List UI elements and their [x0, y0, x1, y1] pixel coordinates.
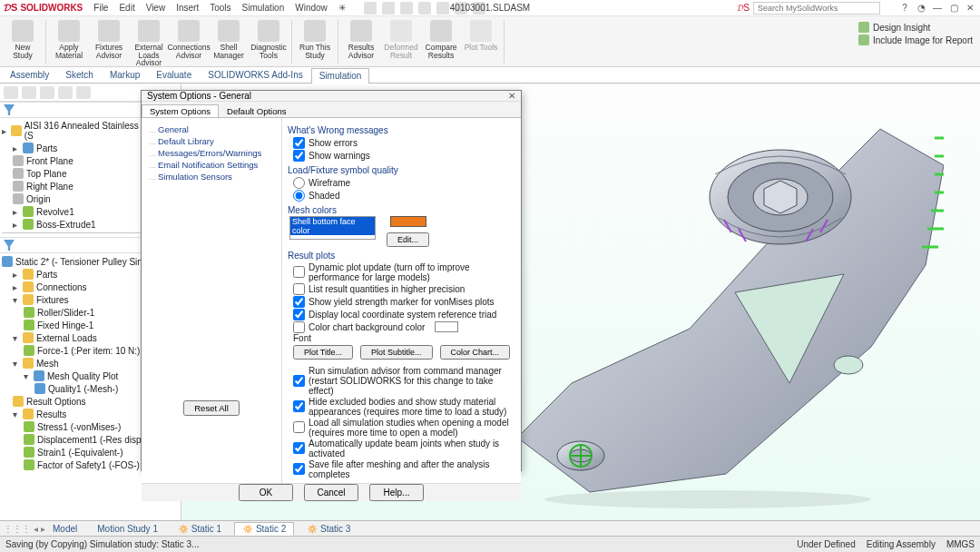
property-mgr-icon[interactable] [22, 86, 36, 99]
ribbon-ext-loads[interactable]: External Loads Advisor [130, 18, 168, 69]
menu-bar: 𝓓S SOLIDWORKS File Edit View Insert Tool… [0, 0, 980, 16]
funnel-icon[interactable] [4, 104, 15, 115]
display-mgr-icon[interactable] [76, 86, 91, 99]
help-icon[interactable]: ? [898, 3, 911, 13]
dialog-titlebar[interactable]: System Options - General ✕ [142, 91, 521, 102]
ribbon-results-adv[interactable]: Results Advisor [342, 18, 380, 61]
mesh-color-list[interactable]: Shell bottom face color [289, 216, 376, 240]
menu-view[interactable]: View [146, 3, 166, 13]
opt-show-warnings[interactable]: Show warnings [288, 149, 515, 162]
qat-save-icon[interactable] [400, 2, 413, 15]
model-render [490, 111, 944, 510]
opt-yield[interactable]: Show yield strength marker for vonMises … [288, 295, 515, 308]
opt-bg-color[interactable]: Color chart background color [288, 320, 515, 333]
ribbon-shell-mgr[interactable]: Shell Manager [210, 18, 248, 61]
ribbon-plot-tools[interactable]: Plot Tools [462, 18, 500, 54]
menu-window[interactable]: Window [295, 3, 328, 13]
include-image-button[interactable]: Include Image for Report [858, 34, 973, 45]
opt-show-errors[interactable]: Show errors [288, 136, 515, 149]
edit-color-button[interactable]: Edit... [387, 232, 429, 247]
menu-insert[interactable]: Insert [176, 3, 199, 13]
cancel-button[interactable]: Cancel [304, 484, 358, 501]
svg-point-17 [544, 490, 871, 508]
opt-coord[interactable]: Display local coordinate system referenc… [288, 308, 515, 320]
qat-open-icon[interactable] [382, 2, 395, 15]
bottom-tab-static2[interactable]: 🔅 Static 2 [234, 522, 294, 536]
tab-markup[interactable]: Markup [102, 67, 148, 83]
dlg-tab-default[interactable]: Default Options [219, 104, 294, 117]
dim-mgr-icon[interactable] [58, 86, 73, 99]
opt-list-prec[interactable]: List result quantities in higher precisi… [288, 282, 515, 295]
bottom-tab-static3[interactable]: 🔅 Static 3 [299, 523, 358, 535]
tab-assembly[interactable]: Assembly [2, 67, 57, 83]
opt-hide-excluded[interactable]: Hide excluded bodies and show study mate… [288, 396, 515, 417]
color-chart-button[interactable]: Color Chart... [440, 345, 511, 360]
opt-dyn-update[interactable]: Dynamic plot update (turn off to improve… [288, 261, 515, 282]
plot-subtitle-button[interactable]: Plot Subtitle... [360, 345, 433, 360]
dialog-title: System Options - General [147, 91, 251, 101]
design-insight-button[interactable]: Design Insight [858, 22, 973, 33]
qat-print-icon[interactable] [418, 2, 431, 15]
ribbon-deformed[interactable]: Deformed Result [382, 18, 420, 61]
search-input[interactable] [753, 2, 880, 15]
nav-messages[interactable]: Messages/Errors/Warnings [145, 147, 278, 159]
opt-auto-beam[interactable]: Automatically update beam joints when st… [288, 438, 515, 458]
min-icon[interactable]: — [931, 3, 944, 13]
tab-simulation[interactable]: Simulation [311, 68, 370, 84]
ribbon-diag-tools[interactable]: Diagnostic Tools [250, 18, 288, 61]
close-icon[interactable]: ✕ [964, 3, 976, 13]
nav-email[interactable]: Email Notification Settings [145, 159, 278, 171]
menu-tools[interactable]: Tools [210, 3, 230, 13]
nav-general[interactable]: General [145, 123, 278, 135]
funnel-icon[interactable] [4, 240, 15, 251]
dlg-tab-system[interactable]: System Options [142, 104, 219, 117]
restore-icon[interactable]: ▢ [947, 3, 960, 13]
ribbon-new-study[interactable]: New Study [4, 18, 42, 61]
menu-edit[interactable]: Edit [119, 3, 134, 13]
fm-tree-icon[interactable] [4, 86, 18, 99]
grp-result-plots: Result plots [288, 251, 515, 261]
nav-default-library[interactable]: Default Library [145, 135, 278, 147]
font-label: Font [288, 333, 515, 343]
qat-undo-icon[interactable] [436, 2, 449, 15]
opt-load-all[interactable]: Load all simulation studies when opening… [288, 417, 515, 438]
ribbon-compare[interactable]: Compare Results [422, 18, 460, 61]
grp-mesh-colors: Mesh colors [288, 205, 515, 215]
grip-icon[interactable]: ⋮⋮⋮ ◂ ▸ [4, 524, 40, 534]
bottom-tab-motion[interactable]: Motion Study 1 [90, 523, 165, 535]
menu-more-icon[interactable]: ✳ [338, 3, 346, 13]
dialog-close-icon[interactable]: ✕ [508, 91, 515, 101]
plot-title-button[interactable]: Plot Title... [293, 345, 353, 360]
image-icon [858, 34, 869, 45]
ok-button[interactable]: OK [239, 484, 293, 501]
bulb-icon [858, 22, 869, 33]
ribbon-connections[interactable]: Connections Advisor [170, 18, 208, 61]
tab-addins[interactable]: SOLIDWORKS Add-Ins [200, 67, 310, 83]
help-button[interactable]: Help... [369, 484, 424, 501]
window-controls: ? ◔ — ▢ ✕ [898, 3, 976, 13]
opt-save-after[interactable]: Save file after meshing and after the an… [288, 458, 515, 479]
bottom-tab-model[interactable]: Model [45, 523, 84, 535]
menu-file[interactable]: File [93, 3, 108, 13]
nav-sensors[interactable]: Simulation Sensors [145, 171, 278, 182]
opt-shaded[interactable]: Shaded [288, 189, 515, 202]
status-units[interactable]: MMGS [946, 539, 975, 549]
notify-icon[interactable]: ◔ [915, 3, 927, 13]
svg-point-0 [834, 356, 863, 374]
ribbon-right-group: Design Insight Include Image for Report [855, 18, 976, 49]
ribbon-apply-material[interactable]: Apply Material [50, 18, 88, 61]
reset-all-button[interactable]: Reset All [183, 400, 240, 416]
menu-simulation[interactable]: Simulation [242, 3, 285, 13]
command-tabs: Assembly Sketch Markup Evaluate SOLIDWOR… [0, 67, 980, 84]
bottom-tab-static1[interactable]: 🔅 Static 1 [171, 523, 229, 535]
dialog-tabs: System Options Default Options [142, 102, 521, 118]
config-mgr-icon[interactable] [40, 86, 54, 99]
ribbon-run-study[interactable]: Run This Study [296, 18, 334, 61]
tab-sketch[interactable]: Sketch [57, 67, 102, 83]
opt-wireframe[interactable]: Wireframe [288, 176, 515, 189]
ribbon-fixtures[interactable]: Fixtures Advisor [90, 18, 128, 61]
tab-evaluate[interactable]: Evaluate [148, 67, 200, 83]
opt-run-advisor[interactable]: Run simulation advisor from command mana… [288, 365, 515, 396]
qat-home-icon[interactable] [364, 2, 377, 15]
bg-color-swatch[interactable] [435, 321, 458, 332]
